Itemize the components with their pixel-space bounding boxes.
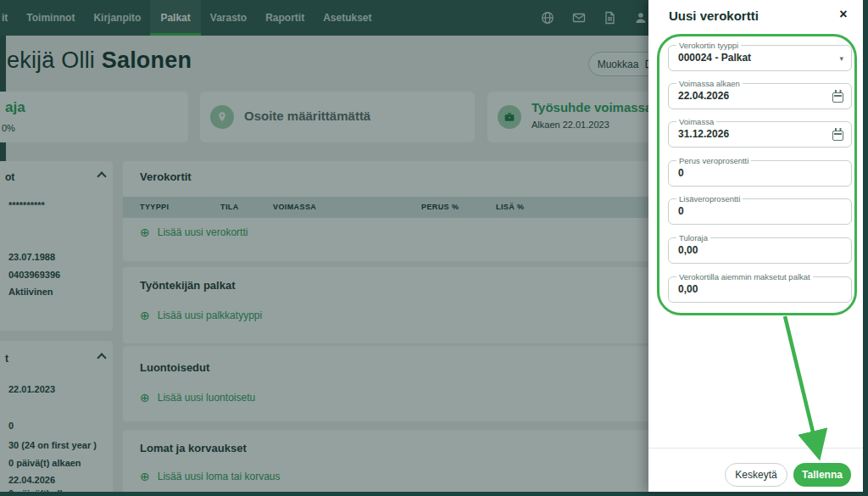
status-card-cutoff: aja 0%: [0, 92, 188, 142]
dropdown-arrow-icon[interactable]: ▾: [839, 54, 843, 63]
app-window: it Toiminnot Kirjanpito Palkat Varasto R…: [0, 0, 868, 496]
collapse-chevron-icon[interactable]: [97, 170, 108, 181]
sidebar-employment-card: t 22.01.2023 0 30 (24 on first year ) 0 …: [0, 341, 113, 492]
calendar-icon[interactable]: [832, 131, 843, 141]
document-icon[interactable]: [604, 11, 616, 25]
nav-item-palkat[interactable]: Palkat: [150, 0, 200, 36]
field-label: Voimassa alkaen: [676, 79, 743, 88]
status-card-employment: Työsuhde voimassa Alkaen 22.01.2023: [487, 92, 648, 142]
tax-cards-title: Verokortit: [140, 170, 192, 183]
tax-cards-section: Verokortit TYYPPI TILA VOIMASSA PERUS % …: [123, 161, 648, 261]
base-tax-percent-input[interactable]: Perus veroprosentti 0: [668, 160, 852, 187]
tax-card-type-select[interactable]: Verokortin tyyppi 000024 - Palkat ▾: [668, 45, 852, 71]
status-card1-title-fragment: aja: [5, 99, 25, 116]
nav-icon-group: [541, 0, 648, 36]
holidays-section: Lomat ja korvaukset ⊕ Lisää uusi loma ta…: [123, 430, 648, 492]
add-fringe-benefit-link[interactable]: ⊕ Lisää uusi luontoisetu: [140, 392, 255, 404]
location-pin-icon: [210, 105, 234, 129]
plus-circle-icon: ⊕: [140, 392, 150, 404]
field-label: Tuloraja: [676, 233, 710, 242]
salaries-title: Työntekijän palkat: [140, 279, 235, 292]
col-lisa: LISÄ %: [496, 197, 524, 218]
address-status-text: Osoite määrittämättä: [244, 109, 370, 123]
annotation-arrow: [767, 313, 843, 464]
nav-item-asetukset[interactable]: Asetukset: [314, 0, 381, 36]
page-title-prefix: ekijä Olli: [7, 47, 95, 73]
sidebar-basic-info-card: ot ********** 23.07.1988 0403969396 Akti…: [0, 161, 113, 331]
drawer-footer-divider: [648, 448, 863, 449]
employment-start-date: Alkaen 22.01.2023: [531, 120, 609, 130]
sidebar-days-from: 0 päivä(t) alkaen: [8, 458, 81, 468]
field-label: Lisäveroprosentti: [676, 194, 743, 203]
save-button[interactable]: Tallenna: [793, 463, 851, 487]
sidebar-start-date: 22.01.2023: [8, 384, 55, 394]
fringe-benefits-section: Luontoisedut ⊕ Lisää uusi luontoisetu: [123, 346, 648, 421]
sidebar-section1-header-fragment: ot: [5, 171, 14, 183]
main-app-region: it Toiminnot Kirjanpito Palkat Varasto R…: [0, 0, 648, 492]
status-card1-subtitle-fragment: 0%: [2, 123, 15, 133]
user-icon[interactable]: [634, 11, 648, 25]
new-tax-card-drawer: Uusi verokortti × Verokortin tyyppi 0000…: [648, 0, 863, 492]
mail-icon[interactable]: [572, 11, 586, 25]
add-holiday-link[interactable]: ⊕ Lisää uusi loma tai korvaus: [140, 471, 280, 482]
previously-paid-salaries-input[interactable]: Verokortilla aiemmin maksetut palkat 0,0…: [668, 276, 852, 303]
valid-from-input[interactable]: Voimassa alkaen 22.04.2026: [668, 83, 852, 109]
globe-icon[interactable]: [541, 11, 554, 25]
col-tyyppi: TYYPPI: [140, 197, 169, 218]
col-tila: TILA: [220, 197, 239, 218]
valid-until-input[interactable]: Voimassa 31.12.2026: [668, 121, 852, 148]
sidebar-holiday-days: 30 (24 on first year ): [8, 440, 97, 450]
field-label: Voimassa: [676, 117, 716, 126]
plus-circle-icon: ⊕: [140, 471, 150, 482]
col-perus: PERUS %: [421, 197, 459, 218]
field-label: Verokortilla aiemmin maksetut palkat: [676, 272, 813, 281]
nav-item-raportit[interactable]: Raportit: [256, 0, 314, 36]
calendar-icon[interactable]: [832, 92, 843, 103]
sidebar-status: Aktiivinen: [8, 287, 53, 297]
additional-tax-percent-input[interactable]: Lisäveroprosentti 0: [668, 198, 852, 225]
nav-item-varasto[interactable]: Varasto: [201, 0, 256, 36]
add-holiday-label: Lisää uusi loma tai korvaus: [158, 471, 281, 482]
add-salary-type-label: Lisää uusi palkkatyyppi: [158, 309, 262, 321]
employee-salaries-section: Työntekijän palkat ⊕ Lisää uusi palkkaty…: [123, 267, 648, 343]
add-fringe-benefit-label: Lisää uusi luontoisetu: [158, 392, 255, 404]
tax-cards-table-header: TYYPPI TILA VOIMASSA PERUS % LISÄ %: [123, 197, 648, 218]
income-limit-input[interactable]: Tuloraja 0,00: [668, 237, 852, 264]
sidebar-masked-ssn: **********: [8, 200, 45, 210]
holidays-title: Lomat ja korvaukset: [140, 442, 247, 454]
sidebar-value-zero: 0: [8, 421, 14, 431]
plus-circle-icon: ⊕: [140, 309, 150, 321]
field-label: Verokortin tyyppi: [676, 41, 741, 50]
collapse-chevron-icon[interactable]: [97, 351, 108, 363]
nav-item-toiminnot[interactable]: Toiminnot: [17, 0, 84, 36]
drawer-title: Uusi verokortti: [669, 8, 759, 23]
page-title-surname: Salonen: [102, 47, 192, 73]
briefcase-icon: [498, 105, 521, 129]
edit-button-label: Muokkaa: [598, 59, 639, 70]
sidebar-days-from-2: 0 päivä(t) alkaen: [8, 488, 81, 492]
add-salary-type-link[interactable]: ⊕ Lisää uusi palkkatyyppi: [140, 309, 262, 321]
close-icon[interactable]: ×: [834, 5, 853, 24]
cancel-button[interactable]: Keskeytä: [725, 463, 787, 487]
edit-button[interactable]: Muokkaa: [588, 52, 648, 76]
sidebar-birthdate: 23.07.1988: [8, 252, 55, 262]
nav-item-kirjanpito[interactable]: Kirjanpito: [84, 0, 150, 36]
add-tax-card-label: Lisää uusi verokortti: [158, 226, 248, 238]
page-title: ekijä Olli Salonen: [7, 47, 192, 74]
sidebar-date-2026: 22.04.2026: [8, 475, 55, 485]
sidebar-phone: 0403969396: [8, 270, 60, 280]
nav-item-cutoff[interactable]: it: [0, 0, 17, 36]
sidebar-section2-header-fragment: t: [5, 353, 8, 365]
employment-status-text: Työsuhde voimassa: [531, 100, 648, 114]
col-voimassa: VOIMASSA: [273, 197, 316, 218]
fringe-benefits-title: Luontoisedut: [140, 361, 209, 374]
top-navigation: it Toiminnot Kirjanpito Palkat Varasto R…: [0, 0, 648, 36]
add-tax-card-link[interactable]: ⊕ Lisää uusi verokortti: [140, 226, 248, 238]
field-label: Perus veroprosentti: [676, 156, 751, 165]
plus-circle-icon: ⊕: [140, 226, 150, 238]
status-card-address: Osoite määrittämättä: [200, 92, 475, 142]
